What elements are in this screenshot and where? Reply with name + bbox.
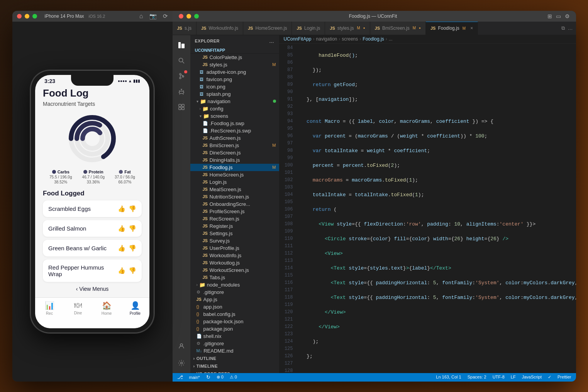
vscode-maximize[interactable] <box>194 14 199 19</box>
screenshot-icon[interactable]: 📷 <box>149 13 157 20</box>
folder-screens[interactable]: ▾ 📁 screens <box>190 112 279 120</box>
file-styles[interactable]: JS styles.js M <box>190 61 279 68</box>
file-foodlog[interactable]: JS Foodlog.js M <box>190 164 279 171</box>
file-appjs[interactable]: JS App.js <box>190 296 279 303</box>
file-colorpalette[interactable]: JS ColorPalette.js <box>190 54 279 61</box>
view-menus-link[interactable]: ‹ View Menus <box>43 286 142 292</box>
layout-icon-2[interactable]: ▭ <box>556 13 561 19</box>
minimize-button[interactable] <box>25 14 29 19</box>
formatter[interactable]: Prettier <box>557 375 571 380</box>
accounts-activity[interactable] <box>175 339 188 353</box>
more-actions-icon[interactable]: … <box>568 25 573 31</box>
git-branch[interactable]: main* <box>189 375 200 380</box>
file-authscreen[interactable]: JS AuthScreen.js <box>190 134 279 142</box>
file-gitignore-2[interactable]: ⚙ .gitignore <box>190 340 279 347</box>
file-gitignore[interactable]: ⚙ .gitignore <box>190 288 279 296</box>
file-babel[interactable]: {} babel.config.js <box>190 311 279 318</box>
folder-node-modules[interactable]: › 📁 node_modules <box>190 281 279 288</box>
file-register[interactable]: JS Register.js <box>190 222 279 230</box>
close-button[interactable] <box>17 14 22 19</box>
thumbs-up-icon-3[interactable]: 👍 <box>118 244 125 252</box>
tab-foodlog[interactable]: JS Foodlog.js M × <box>426 22 478 35</box>
tab-profile[interactable]: 👤 Profile <box>125 301 146 316</box>
tab-styles[interactable]: JS styles.js M <box>325 22 370 35</box>
eol[interactable]: LF <box>511 375 516 380</box>
extensions-activity[interactable] <box>175 100 188 114</box>
rotate-icon[interactable]: ⟳ <box>163 13 168 20</box>
file-shell-nix[interactable]: 📄 shell.nix <box>190 333 279 340</box>
new-file-icon[interactable]: … <box>269 38 275 44</box>
tab-close-icon[interactable]: × <box>470 25 473 31</box>
code-editor[interactable]: 84 85 86 87 88 89 90 91 92 93 94 95 96 9… <box>279 44 576 373</box>
explorer-activity[interactable] <box>175 38 188 52</box>
tab-dine[interactable]: 🍽 Dine <box>68 301 89 315</box>
language-mode[interactable]: JavaScript <box>522 375 542 380</box>
file-workoutscreen[interactable]: JS WorkoutScreen.js <box>190 266 279 274</box>
outline-section[interactable]: › OUTLINE <box>190 355 279 362</box>
timeline-section[interactable]: › TIMELINE <box>190 362 279 370</box>
folder-navigation[interactable]: ▾ 📁 navigation <box>190 98 279 105</box>
settings-icon[interactable]: ⚙ <box>565 13 570 19</box>
cursor-position[interactable]: Ln 163, Col 1 <box>436 375 461 380</box>
file-icon-png[interactable]: 🖼 icon.png <box>190 83 279 90</box>
carbs-label: Carbs <box>58 170 69 174</box>
sync-icon[interactable]: ↻ <box>206 374 210 380</box>
file-splash[interactable]: 🖼 splash.png <box>190 90 279 98</box>
error-count[interactable]: ⊗ 0 <box>217 375 224 380</box>
tab-homescreen[interactable]: JS HomeScreen.js <box>243 22 292 35</box>
search-activity[interactable] <box>175 54 188 68</box>
tab-home[interactable]: 🏠 Home <box>96 301 117 316</box>
file-onboarding[interactable]: JS OnboardingScre... <box>190 200 279 208</box>
debug-activity[interactable] <box>175 85 188 98</box>
file-workoutinfo[interactable]: JS WorkoutInfo.js <box>190 252 279 259</box>
file-package-json[interactable]: {} package.json <box>190 325 279 333</box>
vscode-minimize[interactable] <box>186 14 191 19</box>
maximize-button[interactable] <box>32 14 37 19</box>
settings-activity[interactable] <box>175 356 188 370</box>
file-nutritionscreen[interactable]: JS NutritionScreen.js <box>190 193 279 200</box>
file-mealscreen[interactable]: JS MealScreen.js <box>190 186 279 193</box>
split-editor-icon[interactable]: ⧉ <box>561 25 565 31</box>
file-dininghalls[interactable]: JS DiningHalls.js <box>190 156 279 164</box>
home-icon[interactable]: ⌂ <box>139 13 143 20</box>
tab-workoutinfo[interactable]: JS WorkoutInfo.js <box>197 22 243 35</box>
source-control-activity[interactable] <box>175 69 188 83</box>
thumbs-up-icon-2[interactable]: 👍 <box>118 225 125 232</box>
file-recscreen[interactable]: JS RecScreen.js <box>190 215 279 222</box>
thumbs-down-icon[interactable]: 👎 <box>129 205 136 212</box>
file-adaptive-icon[interactable]: 🖼 adaptive-icon.png <box>190 68 279 76</box>
thumbs-down-icon-3[interactable]: 👎 <box>129 244 136 252</box>
file-favicon[interactable]: 🖼 favicon.png <box>190 76 279 83</box>
file-recscreen-swp[interactable]: 📄 .RecScreen.js.swp <box>190 127 279 134</box>
file-homescreen[interactable]: JS HomeScreen.js <box>190 171 279 178</box>
tab-sjs[interactable]: JS s.js <box>173 22 197 35</box>
thumbs-down-icon-4[interactable]: 👎 <box>129 267 136 274</box>
folder-config[interactable]: › 📁 config <box>190 105 279 112</box>
layout-icon[interactable]: ⊞ <box>547 13 552 19</box>
file-profilescreen[interactable]: JS ProfileScreen.js <box>190 208 279 215</box>
warning-count[interactable]: ⚠ 0 <box>230 375 237 380</box>
file-readme[interactable]: M↓ README.md <box>190 347 279 355</box>
js-home-icon: JS <box>203 172 208 177</box>
file-tabs[interactable]: JS Tabs.js <box>190 274 279 281</box>
encoding[interactable]: UTF-8 <box>493 375 505 380</box>
thumbs-up-icon[interactable]: 👍 <box>118 205 125 212</box>
file-userprofile[interactable]: JS UserProfile.js <box>190 244 279 252</box>
thumbs-up-icon-4[interactable]: 👍 <box>118 267 125 274</box>
file-dinescreen[interactable]: JS DineScreen.js <box>190 149 279 156</box>
vscode-pets-section[interactable]: › VS CODE PETS <box>190 370 279 373</box>
spaces[interactable]: Spaces: 2 <box>468 375 486 380</box>
file-appjson[interactable]: {} app.json <box>190 303 279 311</box>
file-login[interactable]: JS Login.js <box>190 178 279 186</box>
tab-rec[interactable]: 📊 Rec <box>39 301 60 316</box>
file-foodlog-swp[interactable]: 📄 .Foodlog.js.swp <box>190 120 279 127</box>
tab-login[interactable]: JS Login.js <box>292 22 325 35</box>
file-package-lock[interactable]: {} package-lock.json <box>190 318 279 325</box>
file-bmiscreen[interactable]: JS BmiScreen.js M <box>190 142 279 149</box>
file-settings[interactable]: JS Settings.js <box>190 230 279 237</box>
file-workoutlog[interactable]: JS Workoutlog.js <box>190 259 279 266</box>
vscode-close[interactable] <box>179 14 183 19</box>
thumbs-down-icon-2[interactable]: 👎 <box>129 225 136 232</box>
tab-bmi[interactable]: JS BmiScreen.js M <box>370 22 426 35</box>
file-survey[interactable]: JS Survey.js <box>190 237 279 244</box>
